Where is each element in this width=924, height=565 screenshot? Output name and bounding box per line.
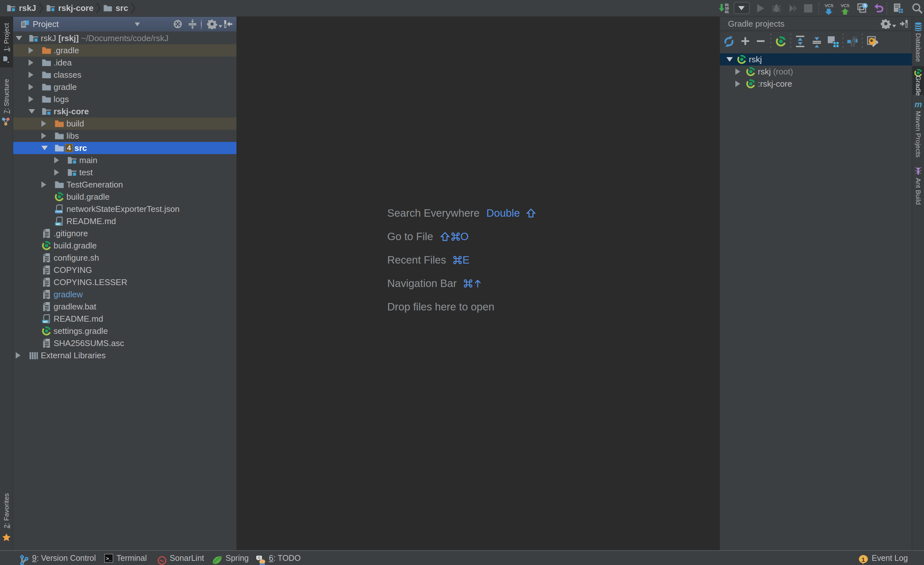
svg-text:VCS: VCS	[825, 3, 833, 8]
svg-text:VCS: VCS	[841, 3, 849, 8]
svg-text:m: m	[914, 101, 922, 109]
svg-text:1: 1	[861, 556, 865, 563]
svg-text:01: 01	[725, 10, 729, 14]
